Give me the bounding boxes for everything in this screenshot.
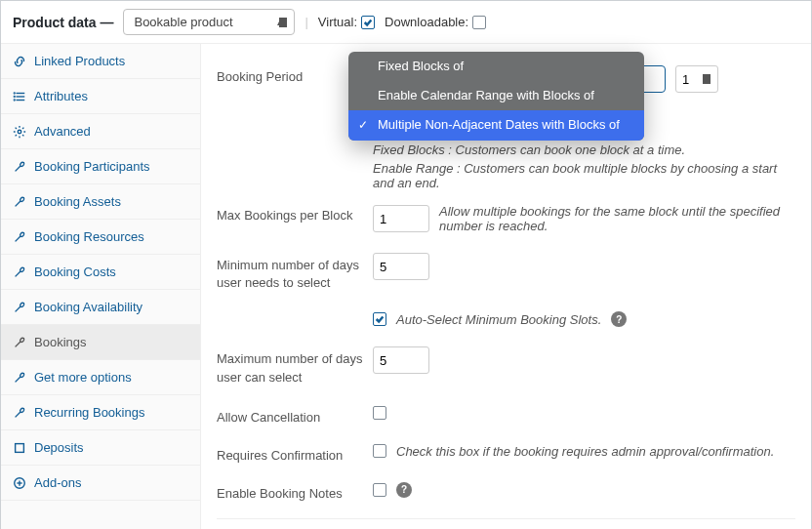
sidebar-item-booking-availability[interactable]: Booking Availability [1, 290, 200, 325]
downloadable-label: Downloadable: [385, 15, 468, 29]
sidebar-item-label: Linked Products [34, 54, 125, 68]
downloadable-checkbox[interactable] [472, 16, 486, 29]
sidebar-item-bookings[interactable]: Bookings [1, 325, 200, 360]
sidebar-item-label: Recurring Bookings [34, 405, 144, 420]
sidebar-item-label: Bookings [34, 335, 86, 349]
auto-select-label: Auto-Select Minimum Booking Slots. [396, 312, 601, 327]
virtual-label: Virtual: [318, 15, 357, 29]
plus-icon [13, 476, 26, 490]
auto-select-checkbox[interactable] [373, 312, 386, 326]
dropdown-option[interactable]: Enable Calendar Range with Blocks of [348, 81, 644, 110]
wrench-icon [13, 406, 26, 420]
wrench-icon [13, 195, 26, 209]
allow-cancel-checkbox[interactable] [373, 406, 386, 420]
sidebar-item-add-ons[interactable]: Add-ons [1, 466, 200, 501]
sidebar-item-get-more-options[interactable]: Get more options [1, 360, 200, 395]
auto-select-row: Auto-Select Minimum Booking Slots. ? [217, 302, 795, 337]
chevron-updown-icon: ▴▾ [277, 18, 287, 27]
sidebar-item-linked-products[interactable]: Linked Products [1, 44, 200, 79]
panel-title: Product data — [13, 15, 113, 30]
booking-period-desc1: Fixed Blocks : Customers can book one bl… [373, 142, 795, 157]
max-bookings-input[interactable] [373, 205, 429, 232]
dropdown-option[interactable]: Fixed Blocks of [348, 52, 644, 81]
requires-confirm-checkbox[interactable] [373, 444, 386, 458]
svg-point-5 [14, 100, 15, 101]
downloadable-checkbox-label[interactable]: Downloadable: [385, 15, 486, 29]
sidebar-item-label: Booking Participants [34, 159, 150, 174]
max-bookings-label: Max Bookings per Block [217, 204, 373, 223]
virtual-checkbox-label[interactable]: Virtual: [318, 15, 375, 29]
sidebar-item-recurring-bookings[interactable]: Recurring Bookings [1, 395, 200, 430]
booking-period-desc2: Enable Range : Customers can book multip… [373, 161, 795, 190]
wrench-icon [13, 265, 26, 279]
svg-point-3 [14, 93, 15, 94]
requires-confirm-label: Requires Confirmation [217, 444, 373, 463]
gear-icon [13, 125, 26, 139]
max-bookings-row: Max Bookings per Block Allow multiple bo… [217, 194, 795, 243]
min-days-label: Minimum number of days user needs to sel… [217, 253, 373, 292]
sidebar-item-booking-costs[interactable]: Booking Costs [1, 255, 200, 290]
booking-period-row: Booking Period Month(s) ▴▾ Fixed Blocks … [217, 56, 795, 139]
sidebar-item-booking-resources[interactable]: Booking Resources [1, 220, 200, 255]
max-bookings-hint: Allow multiple bookings for the same blo… [439, 204, 795, 233]
min-days-input[interactable] [373, 253, 429, 280]
wrench-icon [13, 160, 26, 174]
requires-confirm-hint: Check this box if the booking requires a… [396, 444, 774, 459]
sidebar-item-attributes[interactable]: Attributes [1, 79, 200, 114]
wrench-icon [13, 371, 26, 385]
dropdown-option[interactable]: Multiple Non-Adjacent Dates with Blocks … [348, 110, 644, 140]
virtual-checkbox[interactable] [361, 16, 375, 29]
sidebar-item-booking-participants[interactable]: Booking Participants [1, 149, 200, 184]
sidebar-item-label: Booking Assets [34, 194, 121, 209]
sidebar-item-label: Booking Costs [34, 264, 116, 279]
wrench-icon [13, 301, 26, 314]
list-icon [13, 90, 26, 103]
sidebar-item-label: Add-ons [34, 475, 81, 490]
divider [217, 518, 795, 519]
allow-cancel-label: Allow Cancellation [217, 406, 373, 425]
product-type-select-wrap[interactable]: Bookable product ▴▾ [123, 9, 295, 35]
max-days-input[interactable] [373, 346, 429, 374]
min-days-row: Minimum number of days user needs to sel… [217, 243, 795, 302]
help-icon[interactable]: ? [611, 311, 627, 327]
sidebar-item-label: Booking Resources [34, 229, 144, 244]
enable-notes-row: Enable Booking Notes ? [217, 472, 795, 510]
sidebar-item-label: Get more options [34, 370, 132, 385]
booking-period-dropdown[interactable]: Fixed Blocks ofEnable Calendar Range wit… [348, 52, 644, 141]
svg-point-4 [14, 96, 15, 97]
enable-notes-checkbox[interactable] [373, 483, 386, 497]
sidebar-item-deposits[interactable]: Deposits [1, 430, 200, 466]
max-days-label: Maximum number of days user can select [217, 346, 373, 386]
sidebar-item-label: Advanced [34, 124, 91, 139]
sidebar-item-label: Booking Availability [34, 300, 142, 314]
panel-header: Product data — Bookable product ▴▾ | Vir… [1, 1, 811, 44]
sidebar-item-label: Deposits [34, 440, 84, 455]
allow-cancel-row: Allow Cancellation [217, 396, 795, 434]
max-days-row: Maximum number of days user can select [217, 337, 795, 395]
svg-rect-7 [16, 443, 24, 452]
settings-content: Booking Period Month(s) ▴▾ Fixed Blocks … [201, 44, 811, 529]
sidebar-item-label: Attributes [34, 89, 88, 103]
booking-period-descriptions: Fixed Blocks : Customers can book one bl… [373, 139, 795, 190]
help-icon[interactable]: ? [396, 482, 412, 498]
requires-confirm-row: Requires Confirmation Check this box if … [217, 434, 795, 472]
separator: | [304, 15, 307, 29]
product-type-select[interactable]: Bookable product [123, 9, 295, 35]
settings-sidebar: Linked ProductsAttributesAdvancedBooking… [1, 44, 201, 529]
square-icon [13, 441, 26, 455]
svg-point-6 [18, 130, 21, 134]
wrench-icon [13, 336, 26, 349]
booking-period-qty-wrap [675, 65, 718, 93]
enable-notes-label: Enable Booking Notes [217, 482, 373, 501]
wrench-icon [13, 230, 26, 244]
sidebar-item-booking-assets[interactable]: Booking Assets [1, 184, 200, 220]
booking-period-qty-input[interactable] [675, 65, 718, 93]
sidebar-item-advanced[interactable]: Advanced [1, 114, 200, 149]
link-icon [13, 55, 26, 68]
